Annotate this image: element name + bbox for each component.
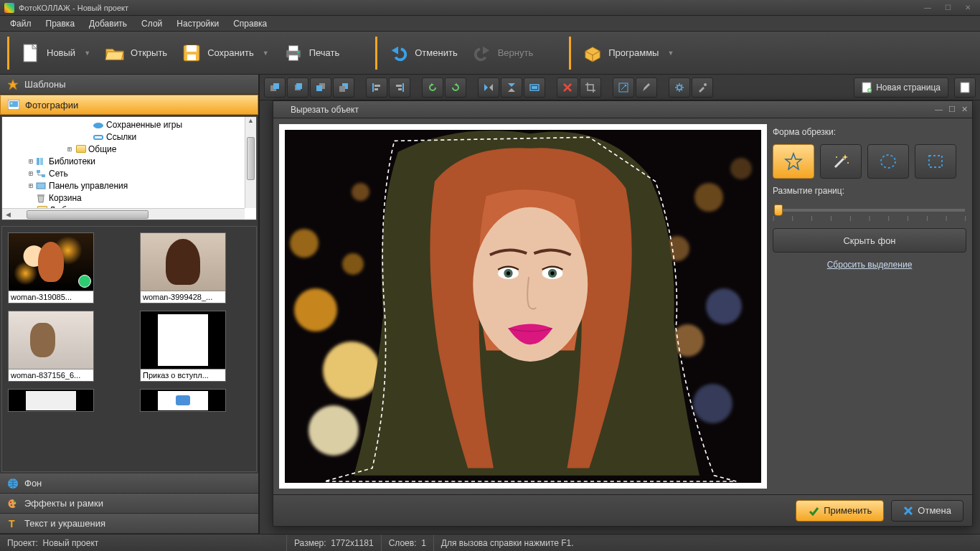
crop-properties-panel: Форма обрезки: Размытие границ: ||||||||…	[773, 124, 966, 489]
canvas-image[interactable]	[285, 130, 761, 483]
crop-button[interactable]	[580, 77, 601, 98]
svg-point-15	[93, 123, 103, 128]
dialog-title-bar[interactable]: Вырезать объект — ☐ ✕	[273, 101, 972, 118]
delete-button[interactable]	[557, 77, 578, 98]
print-button[interactable]: Печать	[276, 39, 347, 67]
dropdown-icon: ▼	[667, 50, 674, 57]
align-right-button[interactable]	[389, 77, 410, 98]
templates-label: Шаблоны	[24, 79, 66, 90]
tree-item-common[interactable]: ⊞Общие	[2, 143, 256, 155]
svg-marker-47	[508, 88, 515, 92]
svg-marker-64	[786, 154, 801, 169]
shape-rectangle-button[interactable]	[915, 144, 956, 179]
thumbnail-item[interactable]: Приказ о вступл...	[140, 311, 226, 382]
tree-item-network[interactable]: ⊞Сеть	[2, 167, 256, 179]
title-bar: ФотоКОЛЛАЖ - Новый проект — ☐ ✕	[0, 0, 980, 16]
shape-freehand-button[interactable]	[773, 144, 814, 179]
svg-rect-31	[296, 83, 302, 89]
menu-edit[interactable]: Правка	[39, 17, 83, 31]
rotate-right-button[interactable]	[445, 77, 466, 98]
menu-help[interactable]: Справка	[226, 17, 274, 31]
dialog-close-button[interactable]: ✕	[961, 105, 968, 114]
shape-ellipse-button[interactable]	[867, 144, 909, 179]
gear-button[interactable]	[669, 77, 690, 98]
toolbar-separator	[569, 37, 571, 70]
tree-item-links[interactable]: Ссылки	[2, 131, 256, 143]
align-left-button[interactable]	[366, 77, 387, 98]
svg-rect-49	[532, 86, 537, 89]
tree-vertical-scrollbar[interactable]: ▲	[245, 117, 256, 208]
cancel-button[interactable]: Отмена	[891, 500, 963, 522]
menu-add[interactable]: Добавить	[82, 17, 134, 31]
menu-settings[interactable]: Настройки	[169, 17, 226, 31]
thumbnail-label: woman-837156_6...	[9, 369, 93, 381]
blur-slider[interactable]: |||||||||||	[773, 203, 966, 221]
resize-button[interactable]	[613, 77, 634, 98]
svg-rect-22	[37, 194, 44, 196]
open-button[interactable]: Открыть	[98, 39, 174, 67]
status-help: Для вызова справки нажмите F1.	[434, 534, 980, 551]
thumbnail-item[interactable]: woman-3999428_...	[140, 232, 226, 303]
thumbnail-item[interactable]: woman-837156_6...	[8, 311, 94, 382]
layer-forward-button[interactable]	[287, 77, 308, 98]
redo-label: Вернуть	[498, 47, 534, 58]
shape-magic-wand-button[interactable]	[820, 144, 862, 179]
svg-marker-9	[392, 46, 398, 54]
tree-item-control-panel[interactable]: ⊞Панель управления	[2, 179, 256, 192]
brush-button[interactable]	[636, 77, 657, 98]
menu-bar: Файл Правка Добавить Слой Настройки Спра…	[0, 16, 980, 32]
close-button[interactable]: ✕	[960, 3, 976, 13]
menu-file[interactable]: Файл	[3, 17, 39, 31]
thumbnail-item[interactable]: woman-319085...	[8, 232, 94, 303]
apply-button[interactable]: Применить	[796, 500, 884, 522]
tree-item-libraries[interactable]: ⊞Библиотеки	[2, 155, 256, 167]
print-label: Печать	[309, 47, 340, 58]
text-header[interactable]: T Текст и украшения	[0, 514, 258, 534]
status-layers: Слоев: 1	[382, 534, 434, 551]
svg-rect-16	[94, 136, 103, 139]
flip-horizontal-button[interactable]	[478, 77, 499, 98]
dialog-maximize-button[interactable]: ☐	[948, 105, 956, 114]
dialog-minimize-button[interactable]: —	[935, 105, 943, 114]
new-button[interactable]: Новый ▼	[14, 39, 98, 67]
new-page-button[interactable]: Новая страница	[854, 77, 948, 98]
eyedropper-button[interactable]	[692, 77, 713, 98]
hide-background-button[interactable]: Скрыть фон	[773, 228, 966, 253]
rotate-left-button[interactable]	[422, 77, 443, 98]
extra-page-button[interactable]	[954, 77, 976, 98]
svg-rect-7	[288, 55, 298, 60]
status-project: Проект: Новый проект	[0, 534, 287, 551]
tree-horizontal-scrollbar[interactable]: ◀	[2, 208, 245, 220]
redo-button[interactable]: Вернуть	[465, 39, 541, 67]
undo-label: Отменить	[415, 47, 457, 58]
background-header[interactable]: Фон	[0, 474, 258, 494]
tree-item-trash[interactable]: Корзина	[2, 192, 256, 204]
svg-marker-42	[431, 83, 434, 86]
dropdown-icon: ▼	[263, 50, 269, 57]
photos-header[interactable]: Фотографии	[0, 95, 258, 115]
thumbnail-item[interactable]	[8, 389, 94, 412]
maximize-button[interactable]: ☐	[940, 3, 956, 13]
thumbnail-item[interactable]	[140, 389, 226, 412]
new-label: Новый	[47, 47, 75, 58]
undo-button[interactable]: Отменить	[382, 39, 464, 67]
save-button[interactable]: Сохранить ▼	[174, 39, 276, 67]
svg-rect-4	[187, 55, 196, 60]
folder-tree[interactable]: Сохраненные игры Ссылки ⊞Общие ⊞Библиоте…	[1, 116, 257, 220]
templates-header[interactable]: Шаблоны	[0, 75, 258, 95]
link-icon	[93, 132, 104, 142]
tree-item-saved-games[interactable]: Сохраненные игры	[2, 118, 256, 131]
reset-selection-link[interactable]: Сбросить выделение	[773, 260, 966, 270]
thumbnails-panel[interactable]: woman-319085... woman-3999428_... woman-…	[1, 226, 257, 472]
menu-layer[interactable]: Слой	[134, 17, 169, 31]
flip-vertical-button[interactable]	[501, 77, 522, 98]
layer-back-button[interactable]	[333, 77, 354, 98]
minimize-button[interactable]: —	[920, 3, 936, 13]
effects-header[interactable]: Эффекты и рамки	[0, 494, 258, 514]
fit-button[interactable]	[524, 77, 545, 98]
action-toolbar: Новая страница	[260, 75, 980, 100]
svg-rect-41	[398, 88, 402, 90]
layer-front-button[interactable]	[264, 77, 286, 98]
programs-button[interactable]: Программы ▼	[575, 39, 681, 67]
layer-backward-button[interactable]	[310, 77, 331, 98]
